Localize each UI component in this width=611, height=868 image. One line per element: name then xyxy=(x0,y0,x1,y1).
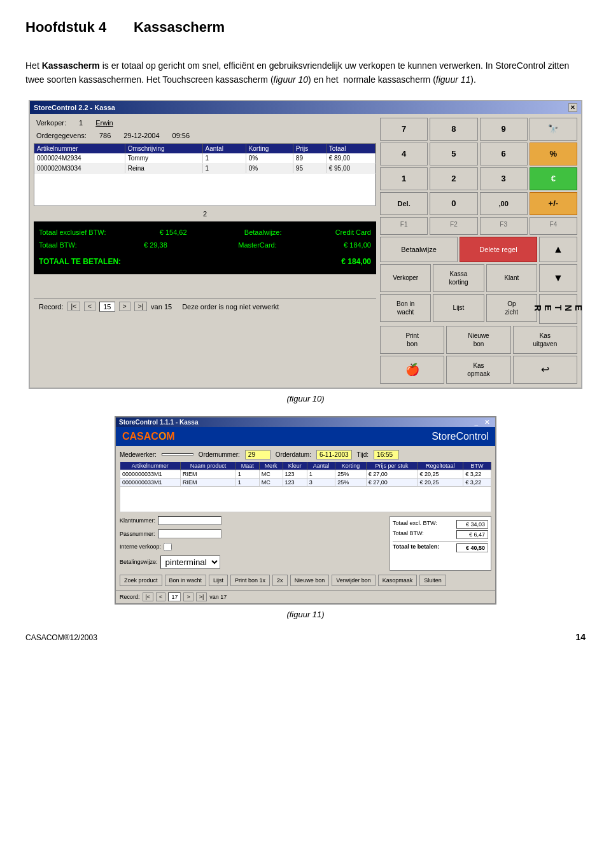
kassa2-sluiten-button[interactable]: Sluiten xyxy=(419,575,446,586)
kassa2-betaalwijze-select[interactable]: pinterminal xyxy=(160,556,220,569)
k2-col-maat: Maat xyxy=(235,462,259,470)
kassa2-bottom: Klantnummer: Passnummer: Interne verkoop… xyxy=(120,516,491,571)
kassa2-orderdatum-field[interactable]: 6-11-2003 xyxy=(316,450,352,459)
kassa2-next-button[interactable]: > xyxy=(183,592,193,601)
record-last-button[interactable]: >| xyxy=(134,302,147,311)
delete-regel-button[interactable]: Delete regel xyxy=(460,237,537,262)
kassa2-bon-wacht-button[interactable]: Bon in wacht xyxy=(165,575,207,586)
kassa2-totaal-excl: Totaal excl. BTW: € 34,03 xyxy=(393,519,488,529)
col-aantal: Aantal xyxy=(202,144,246,153)
kassa2-verwijder-bon-button[interactable]: Verwijder bon xyxy=(332,575,376,586)
betaalwijze-button[interactable]: Betaalwijze xyxy=(380,237,458,262)
num-5-button[interactable]: 5 xyxy=(430,143,477,165)
kassa2-totaal-btw-label: Totaal BTW: xyxy=(393,530,424,539)
icon1-button[interactable]: 🍎 xyxy=(380,356,444,384)
order-row: Ordergegevens: 786 29-12-2004 09:56 xyxy=(34,130,376,141)
bon-in-wacht-button[interactable]: Bon inwacht xyxy=(380,294,431,322)
col-prijs: Prijs xyxy=(293,144,326,153)
record-next-button[interactable]: > xyxy=(119,302,130,311)
kassa2-nieuwe-bon-button[interactable]: Nieuwe bon xyxy=(290,575,330,586)
kassa2-kasopmaak-button[interactable]: Kasopmaak xyxy=(378,575,418,586)
num-3-button[interactable]: 3 xyxy=(480,167,528,190)
num-0-button[interactable]: 0 xyxy=(430,192,477,215)
f1-button[interactable]: F1 xyxy=(380,217,428,235)
num-8-button[interactable]: 8 xyxy=(430,118,477,141)
figure11-caption: (figuur 11) xyxy=(286,610,324,619)
kassa-korting-button[interactable]: Kassakorting xyxy=(433,264,484,292)
num-9-button[interactable]: 9 xyxy=(480,118,528,141)
kassa1-window: StoreControl 2.2 - Kassa ✕ Verkoper: 1 E… xyxy=(29,100,582,389)
kassa2-klantnum-row: Klantnummer: xyxy=(120,516,384,525)
percent-button[interactable]: % xyxy=(530,143,577,165)
klant-button[interactable]: Klant xyxy=(486,264,537,292)
euro-button[interactable]: € xyxy=(530,167,577,190)
num-6-button[interactable]: 6 xyxy=(480,143,528,165)
kassa1-left-panel: Verkoper: 1 Erwin Ordergegevens: 786 29-… xyxy=(34,118,376,384)
kassa2-medewerker-field[interactable] xyxy=(162,453,193,456)
num-4-button[interactable]: 4 xyxy=(380,143,428,165)
kassa2-tijd-field[interactable]: 16:55 xyxy=(374,450,399,459)
binoculars-button[interactable]: 🔭 xyxy=(530,118,577,141)
k2-col-btw: BTW xyxy=(463,462,491,470)
f4-button[interactable]: F4 xyxy=(530,217,577,235)
kassa2-totaal-betalen: Totaal te betalen: € 40,50 xyxy=(393,542,488,553)
kassa1-close-button[interactable]: ✕ xyxy=(568,103,577,112)
kassa2-van: van 17 xyxy=(209,594,227,600)
kassa2-window: StoreControl 1.1.1 - Kassa _ ✕ CASACOM S… xyxy=(115,416,496,605)
record-first-button[interactable]: |< xyxy=(67,302,80,311)
kassa2-lijst-button[interactable]: Lijst xyxy=(209,575,228,586)
num-7-button[interactable]: 7 xyxy=(380,118,428,141)
kassa2-prev-button[interactable]: < xyxy=(156,592,165,601)
kassa2-first-button[interactable]: |< xyxy=(143,592,154,601)
kassa2-klantnum-label: Klantnummer: xyxy=(120,517,155,524)
icon2-button[interactable]: ↩ xyxy=(513,356,577,384)
verkoper-value: 1 xyxy=(79,119,83,127)
k2-col-naam: Naam product xyxy=(181,462,236,470)
op-zicht-button[interactable]: Opzicht xyxy=(486,294,537,322)
kassa2-order-table: Artikelnummer Naam product Maat Merk Kle… xyxy=(120,462,491,512)
plusminus-button[interactable]: +/- xyxy=(530,192,577,215)
arrow-up-button[interactable]: ▲ xyxy=(539,237,577,262)
del-button[interactable]: Del. xyxy=(380,192,428,215)
lijst-button[interactable]: Lijst xyxy=(433,294,484,322)
kassa2-2x-button[interactable]: 2x xyxy=(272,575,288,586)
kassa2-close[interactable]: ✕ xyxy=(482,419,492,426)
num-1-button[interactable]: 1 xyxy=(380,167,428,190)
kassa2-totaal-excl-label: Totaal excl. BTW: xyxy=(393,520,437,529)
k2-col-merk: Merk xyxy=(259,462,283,470)
kassa2-last-button[interactable]: >| xyxy=(196,592,207,601)
verkoper-button[interactable]: Verkoper xyxy=(380,264,431,292)
print-bon-button[interactable]: Printbon xyxy=(380,326,444,354)
comma-button[interactable]: ,00 xyxy=(480,192,528,215)
kassa2-betaalwijze-row: Betalingswijze: pinterminal xyxy=(120,556,384,569)
enter-button[interactable]: ENTER xyxy=(539,294,577,324)
totals-panel: Totaal exclusief BTW: € 154,62 Betaalwij… xyxy=(34,221,376,274)
table-row-empty xyxy=(120,486,491,512)
kassa2-minimize[interactable]: _ xyxy=(472,419,481,426)
kassa2-print-bon1-button[interactable]: Print bon 1x xyxy=(230,575,270,586)
kassa2-ordernummer-field[interactable]: 29 xyxy=(245,450,270,459)
kassa2-zoek-button[interactable]: Zoek product xyxy=(120,575,162,586)
kassa2-totals-right: Totaal excl. BTW: € 34,03 Totaal BTW: € … xyxy=(390,516,491,571)
kassa2-klantnum-field[interactable] xyxy=(158,516,221,525)
nieuwe-bon-button[interactable]: Nieuwebon xyxy=(446,326,510,354)
kas-uitgaven-button[interactable]: Kasuitgaven xyxy=(513,326,577,354)
f3-button[interactable]: F3 xyxy=(480,217,528,235)
f2-button[interactable]: F2 xyxy=(430,217,477,235)
grand-total-value: € 184,00 xyxy=(341,255,371,269)
table-row: 0000024M2934 Tommy 1 0% 89 € 89,00 xyxy=(34,153,376,164)
record-bar: Record: |< < 15 > >| van 15 Deze order i… xyxy=(34,298,376,314)
kassa2-interne-checkbox[interactable] xyxy=(164,543,172,551)
arrow-down-button[interactable]: ▼ xyxy=(539,264,577,292)
verkoper-name[interactable]: Erwin xyxy=(95,119,113,127)
kas-opmaak-button[interactable]: Kasopmaak xyxy=(446,356,510,384)
table-row: 0000000033M1 RIEM 1 MC 123 1 25% € 27,00… xyxy=(120,470,491,478)
kassa2-totaal-btw-val: € 6,47 xyxy=(456,530,488,539)
num-2-button[interactable]: 2 xyxy=(430,167,477,190)
kassa2-passnum-field[interactable] xyxy=(158,529,221,538)
record-prev-button[interactable]: < xyxy=(84,302,95,311)
mastercard-label: MasterCard: xyxy=(238,239,277,252)
grand-total-label: TOTAAL TE BETALEN: xyxy=(39,255,121,269)
k2-col-aantal: Aantal xyxy=(307,462,335,470)
mastercard-value: € 184,00 xyxy=(344,239,371,252)
